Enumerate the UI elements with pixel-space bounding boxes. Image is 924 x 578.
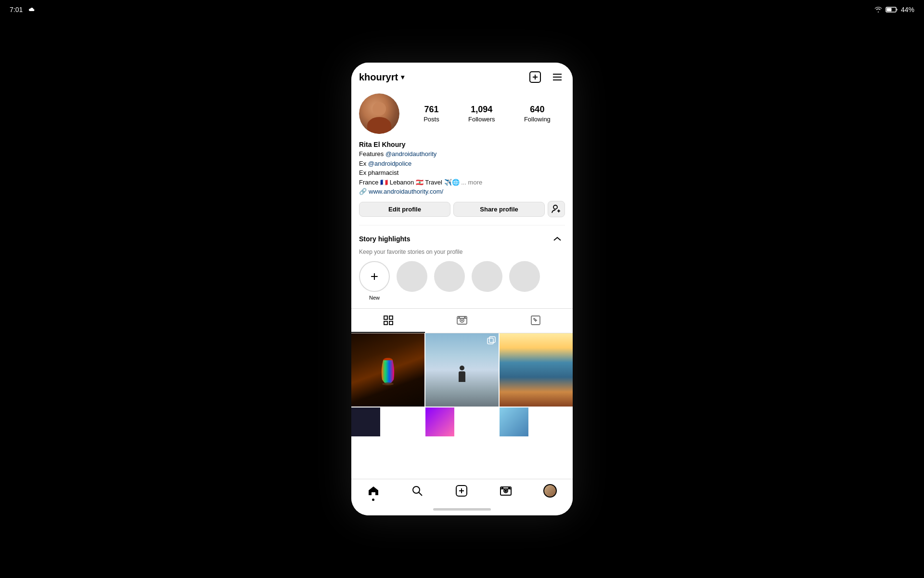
cloud-icon (26, 7, 35, 13)
svg-point-33 (505, 490, 506, 492)
plus-square-icon (529, 71, 541, 83)
grid-item-5[interactable] (425, 407, 454, 436)
profile-section: 761 Posts 1,094 Followers 640 Following … (351, 90, 573, 308)
svg-point-36 (509, 487, 510, 488)
home-indicator (351, 505, 573, 515)
svg-point-15 (460, 318, 464, 322)
nav-add[interactable] (455, 485, 468, 497)
tab-reels[interactable] (425, 309, 499, 333)
bio-line-2: Ex @androidpolice (359, 159, 565, 169)
highlights-collapse-button[interactable] (550, 231, 565, 247)
grid-item-4[interactable] (351, 407, 380, 436)
bio-more[interactable]: ... more (461, 179, 482, 186)
highlights-subtitle: Keep your favorite stories on your profi… (359, 249, 565, 255)
highlight-item-2[interactable] (434, 261, 465, 301)
status-time: 7:01 (10, 6, 23, 13)
chevron-down-icon[interactable]: ▾ (401, 73, 404, 81)
grid-item-2[interactable] (425, 333, 499, 407)
highlight-circle-3 (472, 261, 502, 292)
followers-stat[interactable]: 1,094 Followers (468, 105, 495, 123)
highlight-new-circle: + (359, 261, 390, 292)
profile-name: Rita El Khoury (359, 141, 565, 148)
action-buttons: Edit profile Share profile (359, 201, 565, 217)
search-icon (411, 485, 424, 497)
username-label: khouryrt (359, 72, 398, 83)
add-icon (455, 485, 468, 497)
svg-rect-24 (488, 338, 493, 344)
home-active-dot (372, 499, 374, 501)
reels-nav-icon (500, 485, 512, 497)
tab-tagged[interactable] (499, 309, 573, 333)
svg-rect-12 (384, 321, 387, 325)
bio-line-3: Ex pharmacist (359, 168, 565, 178)
following-stat[interactable]: 640 Following (524, 105, 551, 123)
link-icon: 🔗 (359, 188, 367, 195)
highlight-circle-4 (509, 261, 540, 292)
svg-point-21 (534, 318, 535, 319)
bio-mention-2[interactable]: @androidpolice (368, 160, 412, 167)
bio-mention-1[interactable]: @androidauthority (385, 150, 436, 158)
add-post-button[interactable] (527, 69, 543, 85)
profile-row: 761 Posts 1,094 Followers 640 Following (359, 93, 565, 134)
bottom-nav (351, 479, 573, 505)
grid-item-3[interactable] (500, 333, 573, 407)
phone-frame: khouryrt ▾ (351, 63, 573, 515)
highlight-circle-2 (434, 261, 465, 292)
bio-link-row: 🔗 www.androidauthority.com/ (359, 188, 565, 195)
share-profile-button[interactable]: Share profile (453, 202, 545, 217)
highlight-new-button[interactable]: + New (359, 261, 390, 301)
nav-reels[interactable] (500, 485, 512, 497)
add-person-button[interactable] (548, 201, 565, 217)
top-nav: khouryrt ▾ (351, 63, 573, 90)
username-row[interactable]: khouryrt ▾ (359, 72, 404, 83)
svg-rect-1 (886, 8, 891, 12)
posts-count: 761 (424, 105, 439, 115)
nav-profile[interactable] (543, 484, 557, 498)
grid-item-6[interactable] (500, 407, 528, 436)
nav-search[interactable] (411, 485, 424, 497)
content-tabs (351, 308, 573, 333)
status-left: 7:01 (10, 6, 35, 13)
photo-grid (351, 333, 573, 436)
following-label: Following (524, 116, 551, 123)
bio-section: Rita El Khoury Features @androidauthorit… (359, 141, 565, 195)
chevron-up-icon (553, 236, 562, 241)
plus-icon: + (371, 270, 378, 283)
highlight-new-label: New (369, 295, 380, 301)
grid-item-1[interactable] (351, 333, 424, 407)
posts-label: Posts (424, 116, 439, 123)
nav-home[interactable] (367, 485, 380, 497)
status-right: 44% (874, 6, 914, 13)
highlight-circle-1 (397, 261, 427, 292)
app-content[interactable]: khouryrt ▾ (351, 63, 573, 479)
highlights-section: Story highlights Keep your favorite stor… (359, 225, 565, 308)
highlight-item-3[interactable] (472, 261, 502, 301)
svg-line-27 (419, 492, 422, 496)
vase-decoration (378, 353, 398, 387)
posts-stat[interactable]: 761 Posts (424, 105, 439, 123)
edit-profile-button[interactable]: Edit profile (359, 202, 450, 217)
svg-point-23 (382, 382, 394, 385)
battery-level: 44% (901, 6, 914, 13)
tab-grid[interactable] (351, 309, 425, 333)
profile-link[interactable]: www.androidauthority.com/ (369, 188, 443, 195)
wifi-icon (874, 6, 883, 13)
menu-icon (551, 71, 564, 83)
bio-line-1: Features @androidauthority (359, 149, 565, 159)
stats-row: 761 Posts 1,094 Followers 640 Following (409, 105, 565, 123)
highlight-item-4[interactable] (509, 261, 540, 301)
reels-icon (456, 315, 468, 326)
profile-nav-avatar (543, 484, 557, 498)
menu-button[interactable] (550, 69, 565, 85)
highlight-item-1[interactable] (397, 261, 427, 301)
followers-count: 1,094 (468, 105, 495, 115)
followers-label: Followers (468, 116, 495, 123)
highlights-row: + New (359, 261, 565, 308)
highlights-header: Story highlights (359, 231, 565, 247)
svg-rect-13 (389, 321, 393, 325)
svg-point-35 (502, 487, 503, 488)
home-icon (367, 485, 380, 497)
highlights-title: Story highlights (359, 235, 411, 243)
svg-point-26 (413, 486, 420, 493)
avatar[interactable] (359, 93, 399, 134)
